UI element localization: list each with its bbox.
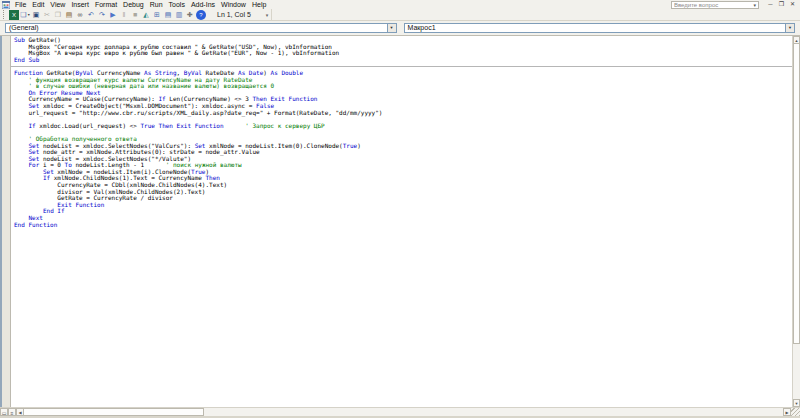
question-placeholder: Введите вопрос: [674, 2, 718, 8]
find-icon[interactable]: ∞: [75, 10, 85, 20]
chevron-down-icon[interactable]: ▼: [387, 24, 396, 32]
resize-grip[interactable]: [791, 408, 800, 416]
break-icon[interactable]: ‖: [119, 10, 129, 20]
code-keyword: True Then Exit Function: [140, 122, 223, 129]
code-line: MsgBox "А вчера курс евро к рублю был ра…: [14, 50, 792, 57]
code-window-icon: [2, 1, 10, 9]
toolbar-options-icon[interactable]: ▾: [266, 12, 269, 18]
code-keyword: End If: [43, 207, 65, 214]
vertical-scroll-thumb[interactable]: [793, 44, 800, 344]
project-explorer-icon[interactable]: ⊞: [152, 10, 162, 20]
view-excel-icon[interactable]: X: [9, 10, 19, 20]
code-comment: ' Запрос к серверу ЦБР: [224, 122, 325, 129]
code-keyword: End Function: [14, 221, 57, 228]
toolbar-drag-handle[interactable]: [3, 10, 6, 19]
procedure-dropdown[interactable]: Макрос1 ▼: [404, 23, 796, 33]
scroll-down-icon[interactable]: ▼: [793, 399, 800, 407]
close-button[interactable]: ✕: [787, 0, 798, 9]
full-module-view-button[interactable]: ≡: [8, 408, 16, 416]
chevron-down-icon[interactable]: ▾: [753, 2, 756, 8]
menu-insert[interactable]: Insert: [68, 1, 92, 8]
horizontal-scrollbar: ▭ ≡ ◀ ▶: [0, 407, 800, 416]
vertical-scroll-track: [793, 344, 800, 399]
menu-tools[interactable]: Tools: [166, 1, 188, 8]
procedure-separator: [14, 63, 792, 70]
code-editor[interactable]: Sub GetRate() MsgBox "Сегодня курс долла…: [11, 36, 792, 407]
restore-button[interactable]: ❐: [776, 0, 787, 9]
code-line: ' в случае ошибки (неверная дата или наз…: [14, 83, 792, 90]
horizontal-scroll-thumb[interactable]: [24, 408, 204, 416]
scroll-up-icon[interactable]: ▲: [793, 36, 800, 44]
code-keyword: True: [343, 142, 357, 149]
menu-format[interactable]: Format: [92, 1, 120, 8]
object-dropdown-value: (General): [9, 24, 39, 32]
toolbox-icon[interactable]: ✚: [185, 10, 195, 20]
cut-icon[interactable]: ✂: [42, 10, 52, 20]
code-text: MsgBox "А вчера курс евро к рублю был ра…: [14, 49, 339, 56]
menu-help[interactable]: Help: [249, 1, 269, 8]
code-text: ): [357, 142, 361, 149]
scroll-left-icon[interactable]: ◀: [16, 408, 24, 416]
code-line: End If: [14, 208, 792, 215]
vertical-scrollbar[interactable]: ▲ ▼: [792, 36, 800, 407]
menu-window[interactable]: Window: [218, 1, 249, 8]
code-text: xmldoc.Load(url_request) <>: [39, 122, 140, 129]
toolbar-icons: X❏▾▣✂❐▤∞↶↷▶‖■◭⊞▤▥✚?: [9, 10, 206, 20]
design-mode-icon[interactable]: ◭: [141, 10, 151, 20]
help-icon[interactable]: ?: [196, 10, 206, 20]
horizontal-scroll-track[interactable]: [204, 408, 783, 416]
code-text: [14, 122, 28, 129]
run-icon[interactable]: ▶: [108, 10, 118, 20]
code-line: Exit Function: [14, 202, 792, 209]
menu-debug[interactable]: Debug: [120, 1, 147, 8]
margin-indicator-bar[interactable]: [0, 36, 11, 407]
procedure-view-button[interactable]: ▭: [0, 408, 8, 416]
code-keyword: End Sub: [14, 56, 39, 63]
reset-icon[interactable]: ■: [130, 10, 140, 20]
paste-icon[interactable]: ▤: [64, 10, 74, 20]
question-input[interactable]: Введите вопрос ▾: [671, 1, 759, 9]
code-text: ): [263, 69, 270, 76]
copy-icon[interactable]: ❐: [53, 10, 63, 20]
redo-icon[interactable]: ↷: [97, 10, 107, 20]
insert-userform-icon[interactable]: ❏▾: [20, 10, 30, 20]
code-window-header: (General) ▼ Макрос1 ▼: [0, 21, 800, 35]
code-line: End Sub: [14, 57, 792, 64]
chevron-down-icon[interactable]: ▾: [28, 10, 30, 20]
vba-editor-window: FileEditViewInsertFormatDebugRunToolsAdd…: [0, 0, 800, 418]
menu-bar: FileEditViewInsertFormatDebugRunToolsAdd…: [0, 0, 800, 9]
window-controls: ─ ❐ ✕: [765, 0, 798, 9]
menu-items: FileEditViewInsertFormatDebugRunToolsAdd…: [12, 0, 269, 9]
menu-view[interactable]: View: [47, 1, 68, 8]
code-line: GetRate = CurrencyRate / divisor: [14, 195, 792, 202]
code-line: If xmldoc.Load(url_request) <> True Then…: [14, 123, 792, 130]
minimize-button[interactable]: ─: [765, 0, 776, 9]
properties-window-icon[interactable]: ▤: [163, 10, 173, 20]
menu-run[interactable]: Run: [147, 1, 166, 8]
scroll-right-icon[interactable]: ▶: [783, 408, 791, 416]
save-icon[interactable]: ▣: [31, 10, 41, 20]
procedure-dropdown-value: Макрос1: [408, 24, 436, 32]
toolbar-panel: X❏▾▣✂❐▤∞↶↷▶‖■◭⊞▤▥✚? Ln 1, Col 5 ▾: [0, 9, 272, 20]
menu-edit[interactable]: Edit: [29, 1, 47, 8]
line-col-indicator: Ln 1, Col 5: [217, 11, 251, 18]
object-browser-icon[interactable]: ▥: [174, 10, 184, 20]
standard-toolbar: X❏▾▣✂❐▤∞↶↷▶‖■◭⊞▤▥✚? Ln 1, Col 5 ▾: [0, 9, 800, 21]
code-keyword: As Double: [271, 69, 304, 76]
code-text: url_request = "http://www.cbr.ru/scripts…: [14, 109, 382, 116]
menu-addins[interactable]: Add-Ins: [188, 1, 218, 8]
object-dropdown[interactable]: (General) ▼: [5, 23, 397, 33]
chevron-down-icon[interactable]: ▼: [785, 24, 794, 32]
code-line: url_request = "http://www.cbr.ru/scripts…: [14, 110, 792, 117]
code-window: Sub GetRate() MsgBox "Сегодня курс долла…: [0, 35, 800, 407]
menu-file[interactable]: File: [12, 1, 29, 8]
undo-icon[interactable]: ↶: [86, 10, 96, 20]
code-keyword: If: [28, 122, 39, 129]
code-line: Next: [14, 215, 792, 222]
code-line: End Function: [14, 222, 792, 229]
